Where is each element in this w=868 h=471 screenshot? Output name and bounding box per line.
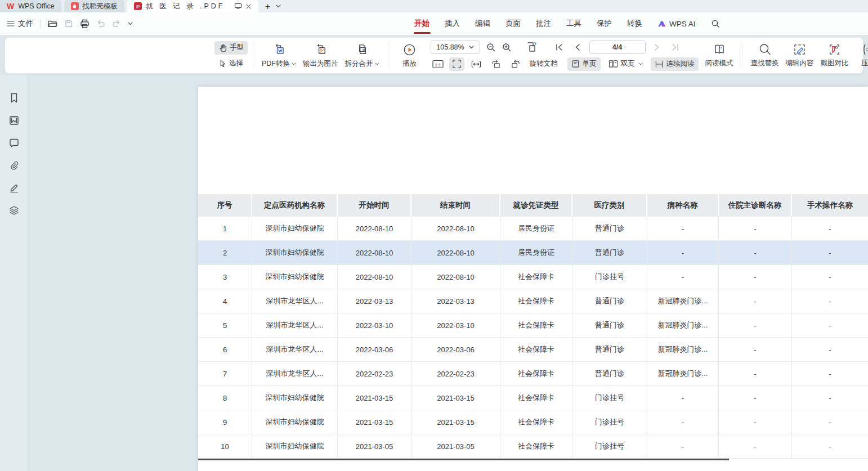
table-cell: - <box>792 338 868 362</box>
print-icon[interactable] <box>80 19 90 28</box>
table-cell: 社会保障卡 <box>500 289 572 313</box>
table-bottom-border <box>198 459 729 460</box>
attachment-panel-icon[interactable] <box>7 159 21 171</box>
table-cell: 普通门诊 <box>572 313 647 338</box>
divider <box>742 43 742 69</box>
header-cell: 序号 <box>198 194 252 217</box>
table-cell: 社会保障卡 <box>500 362 572 386</box>
zoom-level-select[interactable]: 105.88% <box>431 41 480 54</box>
double-page-view-button[interactable]: 双页 <box>605 57 647 71</box>
menu-tab-insert[interactable]: 插入 <box>445 12 460 35</box>
tab-docer-templates[interactable]: 找稻壳模板 <box>64 0 125 12</box>
header-cell: 定点医药机构名称 <box>252 194 338 217</box>
table-cell: 新冠肺炎门诊... <box>647 313 719 338</box>
thumbnail-panel-icon[interactable] <box>7 114 21 126</box>
table-cell: 3 <box>198 265 252 289</box>
page-number-input[interactable]: 4/4 <box>589 41 646 54</box>
redo-icon[interactable] <box>112 20 121 28</box>
close-tab-icon[interactable] <box>245 3 252 10</box>
tab-list-chevron-icon[interactable] <box>276 5 281 8</box>
table-cell: 深圳市妇幼保健院 <box>252 410 338 434</box>
hand-tool-button[interactable]: 手型 <box>214 41 248 55</box>
screenshot-compare-icon <box>827 43 842 56</box>
split-merge-button[interactable]: 拆分合并 <box>342 40 383 71</box>
tab-wps-office[interactable]: W WPS Office <box>0 0 61 12</box>
pdf-file-icon: P <box>134 2 142 10</box>
compress-button[interactable]: 压缩 <box>852 40 868 71</box>
wps-logo-icon: W <box>7 2 14 11</box>
table-cell: 2022-08-10 <box>411 265 500 289</box>
table-cell: 6 <box>198 338 252 362</box>
table-row: 4深圳市龙华区人...2022-03-132022-03-13社会保障卡普通门诊… <box>198 289 868 313</box>
swap-pages-icon[interactable] <box>525 41 539 53</box>
table-cell: 深圳市妇幼保健院 <box>252 386 338 410</box>
table-header-row: 序号定点医药机构名称开始时间结束时间就诊凭证类型医疗类别病种名称住院主诊断名称手… <box>198 194 868 217</box>
file-menu-button[interactable]: 文件 <box>7 19 33 29</box>
select-tool-button[interactable]: 选择 <box>214 57 248 70</box>
comment-panel-icon[interactable] <box>7 137 21 149</box>
more-tools-chevron-icon[interactable] <box>128 22 133 25</box>
table-cell: - <box>719 313 792 338</box>
table-cell: 2022-03-06 <box>411 338 500 362</box>
table-cell: 2021-03-05 <box>411 434 500 459</box>
divider <box>388 43 388 69</box>
pdf-convert-icon <box>272 43 286 57</box>
table-cell: 2022-08-10 <box>338 265 411 289</box>
fit-width-button[interactable] <box>468 57 484 71</box>
menu-tab-home[interactable]: 开始 <box>414 12 429 35</box>
previous-page-icon[interactable] <box>571 44 584 51</box>
svg-text:1:1: 1:1 <box>435 62 441 67</box>
menu-tab-wps-ai[interactable]: WPS AI <box>657 12 696 35</box>
find-replace-button[interactable]: 查找替换 <box>748 40 782 71</box>
menu-search-icon[interactable] <box>711 12 720 35</box>
menu-tab-page[interactable]: 页面 <box>505 12 521 35</box>
menu-tab-protect[interactable]: 保护 <box>597 12 612 35</box>
table-cell: 2022-03-10 <box>411 313 500 338</box>
bookmark-icon[interactable] <box>7 92 21 104</box>
tab-document-pdf[interactable]: P 就 医 记 录 .PDF <box>127 0 258 12</box>
actual-size-button[interactable]: 1:1 <box>431 57 445 71</box>
play-slideshow-button[interactable]: 播放 <box>393 40 426 71</box>
header-cell: 病种名称 <box>647 194 719 217</box>
menu-bar: 文件 开始 插入 编辑 页面 批注 工具 保护 转换 <box>0 12 868 35</box>
rotate-left-button[interactable] <box>488 57 504 71</box>
next-page-icon[interactable] <box>651 44 664 51</box>
chevron-down-icon <box>375 62 379 65</box>
chevron-down-icon <box>469 46 474 49</box>
table-cell: - <box>647 217 719 241</box>
save-icon[interactable] <box>64 19 73 28</box>
zoom-in-icon[interactable] <box>502 42 512 52</box>
menu-tab-edit[interactable]: 编辑 <box>475 12 490 35</box>
menu-tab-tools[interactable]: 工具 <box>566 12 581 35</box>
layers-panel-icon[interactable] <box>7 204 21 216</box>
screen-share-icon[interactable] <box>234 3 242 10</box>
open-file-icon[interactable] <box>47 19 57 28</box>
new-tab-button[interactable]: + <box>265 2 270 11</box>
rotate-right-button[interactable] <box>508 57 524 71</box>
fit-page-icon <box>452 59 462 69</box>
table-row: 9深圳市妇幼保健院2021-03-152021-03-15社会保障卡门诊挂号--… <box>198 410 868 434</box>
table-cell: - <box>792 313 868 338</box>
read-mode-button[interactable]: 阅读模式 <box>702 40 737 71</box>
undo-icon[interactable] <box>96 20 105 28</box>
single-page-view-button[interactable]: 单页 <box>567 57 601 71</box>
rotate-document-button[interactable]: 旋转文档 <box>527 57 560 71</box>
fit-page-button[interactable] <box>449 57 464 71</box>
menu-tab-comment[interactable]: 批注 <box>536 12 551 35</box>
first-page-icon[interactable] <box>553 44 566 51</box>
tab-label: 就 医 记 录 .PDF <box>146 2 225 11</box>
table-cell: - <box>647 241 719 265</box>
last-page-icon[interactable] <box>669 44 682 51</box>
divider <box>40 19 41 28</box>
continuous-read-button[interactable]: 连续阅读 <box>651 57 699 71</box>
export-as-image-button[interactable]: 输出为图片 <box>299 40 342 71</box>
edit-content-button[interactable]: 编辑内容 <box>782 40 817 71</box>
annotate-pen-icon[interactable] <box>7 182 21 194</box>
pdf-convert-button[interactable]: PDF转换 <box>258 40 299 71</box>
zoom-out-icon[interactable] <box>486 42 496 52</box>
screenshot-compare-button[interactable]: 截图对比 <box>817 40 852 71</box>
table-cell: - <box>719 265 792 289</box>
menu-tab-convert[interactable]: 转换 <box>627 12 642 35</box>
table-cell: 门诊挂号 <box>572 265 647 289</box>
cursor-icon <box>218 59 226 68</box>
